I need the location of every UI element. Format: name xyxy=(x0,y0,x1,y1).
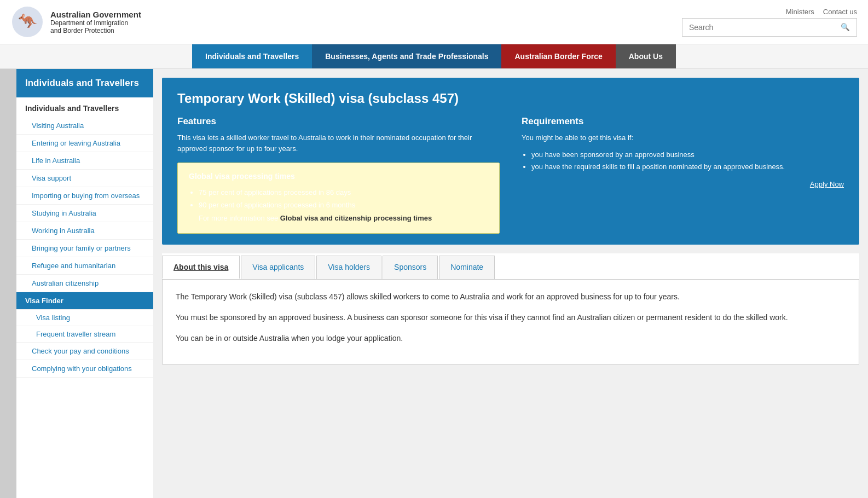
apply-now-link[interactable]: Apply Now xyxy=(810,180,844,188)
sidebar-item-entering[interactable]: Entering or leaving Australia xyxy=(16,135,153,152)
tab-about[interactable]: About this visa xyxy=(162,256,240,279)
ministers-link[interactable]: Ministers xyxy=(786,8,814,16)
search-bar: 🔍 xyxy=(682,18,857,37)
requirements-intro: You might be able to get this visa if: xyxy=(522,132,844,143)
main-content: Temporary Work (Skilled) visa (subclass … xyxy=(153,69,868,498)
search-button[interactable]: 🔍 xyxy=(834,19,857,36)
visa-hero-body: Features This visa lets a skilled worker… xyxy=(177,116,844,234)
nav-about[interactable]: About Us xyxy=(616,44,676,68)
sidebar-item-visa-listing[interactable]: Visa listing xyxy=(16,310,153,326)
header: 🦘 Australian Government Department of Im… xyxy=(0,0,868,44)
features-heading: Features xyxy=(177,116,500,127)
logo-area: 🦘 Australian Government Department of Im… xyxy=(11,5,141,38)
search-icon: 🔍 xyxy=(841,23,850,31)
sidebar-item-frequent-traveller[interactable]: Frequent traveller stream xyxy=(16,326,153,343)
sidebar-item-visa-finder[interactable]: Visa Finder xyxy=(16,292,153,310)
gov-name: Australian Government xyxy=(50,10,141,19)
contact-link[interactable]: Contact us xyxy=(823,8,857,16)
header-right: Ministers Contact us 🔍 xyxy=(682,8,857,37)
visa-title: Temporary Work (Skilled) visa (subclass … xyxy=(177,91,844,106)
sidebar-item-refugee[interactable]: Refugee and humanitarian xyxy=(16,257,153,275)
req-item-2: you have the required skills to fill a p… xyxy=(531,161,844,173)
tab-sponsors[interactable]: Sponsors xyxy=(383,256,438,279)
tab-content: The Temporary Work (Skilled) visa (subcl… xyxy=(162,280,859,364)
left-gray-bar xyxy=(0,69,16,498)
nav-border-force[interactable]: Australian Border Force xyxy=(501,44,615,68)
sidebar-item-life[interactable]: Life in Australia xyxy=(16,152,153,170)
sidebar-item-visa-support[interactable]: Visa support xyxy=(16,170,153,187)
tab-para-1: The Temporary Work (Skilled) visa (subcl… xyxy=(176,291,846,304)
top-nav: Individuals and Travellers Businesses, A… xyxy=(0,44,868,69)
tabs-section: About this visa Visa applicants Visa hol… xyxy=(162,253,859,364)
info-extra-text: For more information see xyxy=(199,214,280,222)
tab-bar: About this visa Visa applicants Visa hol… xyxy=(162,253,859,280)
logo-text: Australian Government Department of Immi… xyxy=(50,10,141,34)
nav-individuals[interactable]: Individuals and Travellers xyxy=(192,44,312,68)
features-text: This visa lets a skilled worker travel t… xyxy=(177,132,500,154)
tab-holders[interactable]: Visa holders xyxy=(316,256,381,279)
sidebar-item-studying[interactable]: Studying in Australia xyxy=(16,205,153,222)
apply-now: Apply Now xyxy=(522,179,844,188)
sidebar-item-importing[interactable]: Importing or buying from overseas xyxy=(16,187,153,205)
tab-para-3: You can be in or outside Australia when … xyxy=(176,332,846,345)
sidebar-header: Individuals and Travellers xyxy=(16,69,153,97)
info-box: Global visa processing times 75 per cent… xyxy=(177,163,500,234)
requirements-col: Requirements You might be able to get th… xyxy=(522,116,844,234)
sidebar-section-title: Individuals and Travellers xyxy=(16,97,153,117)
tab-applicants[interactable]: Visa applicants xyxy=(241,256,315,279)
sidebar-item-complying[interactable]: Complying with your obligations xyxy=(16,360,153,378)
nav-businesses[interactable]: Businesses, Agents and Trade Professiona… xyxy=(312,44,501,68)
dept-line2: and Border Protection xyxy=(50,27,141,34)
info-item-1: 75 per cent of applications processed in… xyxy=(199,186,488,199)
tab-para-2: You must be sponsored by an approved bus… xyxy=(176,311,846,325)
dept-line1: Department of Immigration xyxy=(50,19,141,27)
sidebar-item-family[interactable]: Bringing your family or partners xyxy=(16,240,153,257)
info-item-2: 90 per cent of applications processed in… xyxy=(199,199,488,224)
svg-text:🦘: 🦘 xyxy=(18,12,37,30)
requirements-list: you have been sponsored by an approved b… xyxy=(531,149,844,173)
crest-icon: 🦘 xyxy=(11,5,44,38)
page-layout: Individuals and Travellers Individuals a… xyxy=(0,69,868,498)
sidebar-item-citizenship[interactable]: Australian citizenship xyxy=(16,275,153,292)
sidebar-item-check-pay[interactable]: Check your pay and conditions xyxy=(16,343,153,360)
requirements-heading: Requirements xyxy=(522,116,844,127)
info-extra-link[interactable]: Global visa and citizenship processing t… xyxy=(280,214,432,222)
search-input[interactable] xyxy=(682,19,834,36)
header-links: Ministers Contact us xyxy=(786,8,857,16)
info-box-list: 75 per cent of applications processed in… xyxy=(199,186,488,224)
visa-hero: Temporary Work (Skilled) visa (subclass … xyxy=(162,78,859,245)
features-col: Features This visa lets a skilled worker… xyxy=(177,116,500,234)
sidebar-item-visiting[interactable]: Visiting Australia xyxy=(16,117,153,135)
info-box-heading: Global visa processing times xyxy=(189,172,488,181)
req-item-1: you have been sponsored by an approved b… xyxy=(531,149,844,161)
sidebar-item-working[interactable]: Working in Australia xyxy=(16,222,153,240)
sidebar: Individuals and Travellers Individuals a… xyxy=(16,69,153,498)
tab-nominate[interactable]: Nominate xyxy=(439,256,495,279)
